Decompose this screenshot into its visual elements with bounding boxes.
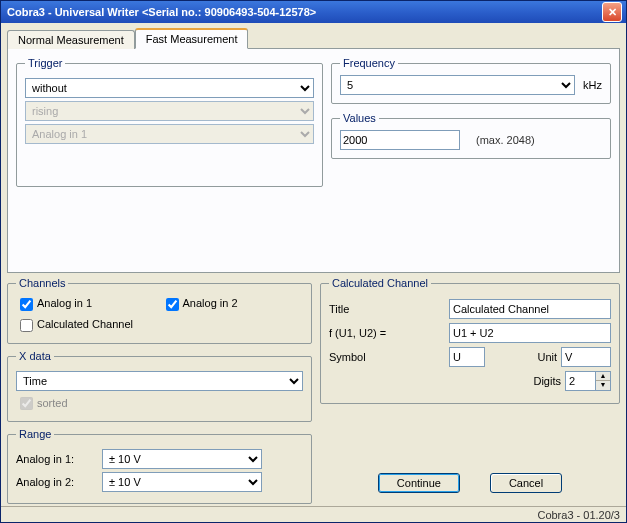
values-hint: (max. 2048) [476, 134, 535, 146]
status-text: Cobra3 - 01.20/3 [537, 509, 620, 521]
trigger-source-select: Analog in 1 [25, 124, 314, 144]
cc-unit-label: Unit [537, 351, 557, 363]
spinner-up-icon[interactable]: ▲ [596, 372, 610, 381]
analog2-label: Analog in 2 [183, 298, 238, 310]
range-legend: Range [16, 428, 54, 440]
cc-formula-input[interactable] [449, 323, 611, 343]
spinner-down-icon[interactable]: ▼ [596, 381, 610, 390]
trigger-group: Trigger without rising Analog in 1 [16, 57, 323, 187]
channels-legend: Channels [16, 277, 68, 289]
channels-group: Channels Analog in 1 Analog in 2 Calcula… [7, 277, 312, 344]
trigger-edge-select: rising [25, 101, 314, 121]
content-area: Normal Measurement Fast Measurement Trig… [1, 23, 626, 506]
range-group: Range Analog in 1: ± 10 V Analog in 2: ±… [7, 428, 312, 504]
cc-formula-label: f (U1, U2) = [329, 327, 449, 339]
cc-digits-spinner[interactable]: ▲ ▼ [565, 371, 611, 391]
trigger-mode-select[interactable]: without [25, 78, 314, 98]
titlebar[interactable]: Cobra3 - Universal Writer <Serial no.: 9… [1, 1, 626, 23]
dialog-window: Cobra3 - Universal Writer <Serial no.: 9… [0, 0, 627, 523]
analog1-label: Analog in 1 [37, 298, 92, 310]
range-analog1-select[interactable]: ± 10 V [102, 449, 262, 469]
analog1-checkbox[interactable]: Analog in 1 [16, 295, 158, 314]
statusbar: Cobra3 - 01.20/3 [1, 506, 626, 522]
continue-button[interactable]: Continue [378, 473, 460, 493]
xdata-group: X data Time sorted [7, 350, 312, 422]
cc-title-input[interactable] [449, 299, 611, 319]
cc-title-label: Title [329, 303, 449, 315]
range-analog2-select[interactable]: ± 10 V [102, 472, 262, 492]
calcchan-legend: Calculated Channel [329, 277, 431, 289]
xdata-select[interactable]: Time [16, 371, 303, 391]
cc-digits-input[interactable] [565, 371, 595, 391]
cc-unit-input[interactable] [561, 347, 611, 367]
calcchan-label: Calculated Channel [37, 319, 133, 331]
analog2-checkbox[interactable]: Analog in 2 [162, 295, 304, 314]
cancel-button[interactable]: Cancel [490, 473, 562, 493]
frequency-group: Frequency 5 kHz [331, 57, 611, 104]
xdata-legend: X data [16, 350, 54, 362]
tab-body: Trigger without rising Analog in 1 Frequ… [7, 48, 620, 273]
cc-symbol-input[interactable] [449, 347, 485, 367]
cc-symbol-label: Symbol [329, 351, 449, 363]
lower-area: Channels Analog in 1 Analog in 2 Calcula… [7, 273, 620, 504]
values-group: Values (max. 2048) [331, 112, 611, 159]
frequency-select[interactable]: 5 [340, 75, 575, 95]
tabs-head: Normal Measurement Fast Measurement [7, 28, 620, 49]
range-analog2-label: Analog in 2: [16, 476, 96, 488]
values-input[interactable] [340, 130, 460, 150]
values-legend: Values [340, 112, 379, 124]
window-title: Cobra3 - Universal Writer <Serial no.: 9… [7, 6, 602, 18]
calculated-channel-group: Calculated Channel Title f (U1, U2) = Sy… [320, 277, 620, 404]
sorted-checkbox: sorted [16, 397, 68, 409]
frequency-unit: kHz [583, 79, 602, 91]
cc-digits-label: Digits [533, 375, 561, 387]
calcchan-checkbox[interactable]: Calculated Channel [16, 316, 303, 335]
sorted-label: sorted [37, 397, 68, 409]
tab-normal-measurement[interactable]: Normal Measurement [7, 30, 135, 49]
frequency-legend: Frequency [340, 57, 398, 69]
close-icon[interactable]: ✕ [602, 2, 622, 22]
range-analog1-label: Analog in 1: [16, 453, 96, 465]
tab-fast-measurement[interactable]: Fast Measurement [135, 28, 249, 49]
trigger-legend: Trigger [25, 57, 65, 69]
